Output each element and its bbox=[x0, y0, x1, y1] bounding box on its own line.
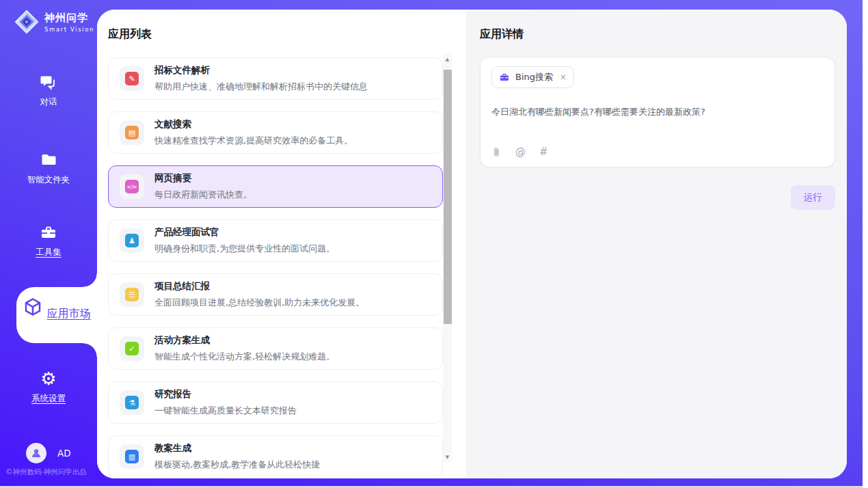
chip-close-icon[interactable]: × bbox=[560, 72, 567, 82]
app-card[interactable]: ⚗ 研究报告 一键智能生成高质量长文本研究报告 bbox=[108, 381, 443, 424]
app-icon: </> bbox=[120, 174, 144, 199]
app-card-list: ✎ 招标文件解析 帮助用户快速、准确地理解和解析招标书中的关键信息 ▤ 文献搜索… bbox=[108, 57, 443, 478]
folder-icon bbox=[0, 150, 97, 170]
paperclip-icon[interactable] bbox=[491, 146, 502, 158]
user-initials: AD bbox=[57, 448, 71, 459]
sidebar-item-label: 应用市场 bbox=[47, 307, 91, 320]
tool-chip-label: Bing搜索 bbox=[515, 71, 553, 83]
app-icon: ▥ bbox=[120, 444, 144, 469]
sidebar-item-label: 智能文件夹 bbox=[0, 174, 97, 186]
person-icon bbox=[30, 447, 42, 459]
notes-icon: ☰ bbox=[125, 288, 139, 301]
app-card[interactable]: ▥ 教案生成 模板驱动,教案秒成,教学准备从此轻松快捷 bbox=[108, 435, 443, 478]
scrollbar-thumb[interactable] bbox=[444, 70, 452, 324]
app-name: 研究报告 bbox=[154, 388, 297, 401]
app-icon: ♟ bbox=[120, 228, 144, 253]
scrollbar-up-button[interactable]: ▲ bbox=[443, 55, 452, 64]
cube-icon bbox=[23, 307, 46, 320]
app-description: 每日政府新闻资讯快查。 bbox=[154, 189, 252, 201]
prompt-card: Bing搜索 × 今日湖北有哪些新闻要点?有哪些需要关注的最新政策? @ # bbox=[480, 57, 835, 167]
sidebar-item-4[interactable]: 应用市场 bbox=[16, 287, 97, 343]
briefcase-icon bbox=[499, 72, 510, 82]
app-icon: ▤ bbox=[120, 120, 144, 145]
copyright-footer: ©神州数码·神州问学出品 bbox=[5, 467, 87, 477]
books-icon: ▥ bbox=[125, 450, 139, 463]
interviewer-icon: ♟ bbox=[125, 234, 139, 247]
toolbox-icon bbox=[0, 223, 97, 242]
app-list-title: 应用列表 bbox=[108, 27, 152, 42]
scrollbar-down-button[interactable]: ▼ bbox=[443, 452, 452, 462]
microscope-icon: ⚗ bbox=[125, 396, 139, 409]
app-name: 活动方案生成 bbox=[154, 334, 335, 347]
app-description: 智能生成个性化活动方案,轻松解决规划难题。 bbox=[154, 351, 335, 363]
main-content: 应用列表 ✎ 招标文件解析 帮助用户快速、准确地理解和解析招标书中的关键信息 ▤… bbox=[97, 10, 847, 478]
sidebar-item-2[interactable]: 智能文件夹 bbox=[0, 150, 97, 186]
app-name: 网页摘要 bbox=[154, 172, 252, 185]
app-card[interactable]: ✎ 招标文件解析 帮助用户快速、准确地理解和解析招标书中的关键信息 bbox=[108, 57, 443, 100]
app-card[interactable]: ♟ 产品经理面试官 明确身份和职责,为您提供专业性的面试问题。 bbox=[108, 219, 443, 262]
at-icon[interactable]: @ bbox=[515, 146, 526, 158]
sidebar-item-label: 工具集 bbox=[0, 247, 97, 258]
app-icon: ✎ bbox=[120, 66, 144, 91]
avatar[interactable] bbox=[26, 443, 46, 463]
sidebar-item-1[interactable]: 对话 bbox=[0, 72, 97, 108]
edit-icon: ✎ bbox=[125, 72, 139, 85]
hash-icon[interactable]: # bbox=[539, 146, 548, 158]
clipboard-check-icon: ✓ bbox=[125, 342, 139, 355]
tool-chip-bing-search[interactable]: Bing搜索 × bbox=[491, 66, 574, 88]
app-description: 全面回顾项目进展,总结经验教训,助力未来优化发展。 bbox=[154, 297, 364, 309]
app-icon: ☰ bbox=[120, 282, 144, 307]
brand-logo: 神州问学 Smart Vision bbox=[14, 9, 94, 35]
app-icon: ✓ bbox=[120, 336, 144, 361]
app-detail-pane: 应用详情 Bing搜索 × 今日湖北有哪些新闻要点?有哪些需要关注的最新政策? … bbox=[466, 10, 847, 478]
sidebar-item-5[interactable]: ⚙ 系统设置 bbox=[0, 369, 97, 405]
run-button[interactable]: 运行 bbox=[791, 185, 835, 210]
app-detail-title: 应用详情 bbox=[480, 27, 524, 42]
sidebar: 神州问学 Smart Vision 对话 智能文件夹 工具集 应用市场 ⚙ 系统… bbox=[0, 0, 97, 486]
brand-name: 神州问学 bbox=[44, 12, 94, 25]
chat-icon bbox=[0, 72, 97, 92]
sidebar-item-3[interactable]: 工具集 bbox=[0, 223, 97, 258]
brand-tagline: Smart Vision bbox=[44, 26, 94, 33]
brand-diamond-icon bbox=[14, 9, 40, 35]
app-list-pane: 应用列表 ✎ 招标文件解析 帮助用户快速、准确地理解和解析招标书中的关键信息 ▤… bbox=[97, 10, 466, 478]
app-card[interactable]: ▤ 文献搜索 快速精准查找学术资源,提高研究效率的必备工具。 bbox=[108, 111, 443, 154]
app-description: 模板驱动,教案秒成,教学准备从此轻松快捷 bbox=[154, 459, 320, 471]
webpage-code-icon: </> bbox=[125, 180, 139, 193]
app-card[interactable]: ☰ 项目总结汇报 全面回顾项目进展,总结经验教训,助力未来优化发展。 bbox=[108, 273, 443, 316]
app-name: 文献搜索 bbox=[154, 118, 353, 131]
app-icon: ⚗ bbox=[120, 390, 144, 415]
run-row: 运行 bbox=[791, 185, 835, 210]
app-description: 明确身份和职责,为您提供专业性的面试问题。 bbox=[154, 243, 335, 255]
app-card[interactable]: ✓ 活动方案生成 智能生成个性化活动方案,轻松解决规划难题。 bbox=[108, 327, 443, 370]
app-description: 快速精准查找学术资源,提高研究效率的必备工具。 bbox=[154, 135, 353, 147]
list-scrollbar[interactable]: ▲ ▼ bbox=[443, 55, 452, 462]
app-name: 项目总结汇报 bbox=[154, 280, 364, 293]
user-account[interactable]: AD bbox=[26, 443, 71, 463]
app-name: 产品经理面试官 bbox=[154, 226, 335, 239]
sidebar-item-label: 对话 bbox=[0, 96, 97, 108]
attachment-toolbar: @ # bbox=[491, 146, 548, 158]
app-card[interactable]: </> 网页摘要 每日政府新闻资讯快查。 bbox=[108, 165, 443, 208]
app-description: 一键智能生成高质量长文本研究报告 bbox=[154, 405, 297, 417]
prompt-text[interactable]: 今日湖北有哪些新闻要点?有哪些需要关注的最新政策? bbox=[491, 106, 824, 118]
app-description: 帮助用户快速、准确地理解和解析招标书中的关键信息 bbox=[154, 81, 368, 93]
app-name: 招标文件解析 bbox=[154, 64, 368, 77]
book-icon: ▤ bbox=[125, 126, 139, 139]
sidebar-item-label: 系统设置 bbox=[0, 393, 97, 405]
gear-icon: ⚙ bbox=[0, 369, 97, 388]
app-name: 教案生成 bbox=[154, 442, 320, 455]
